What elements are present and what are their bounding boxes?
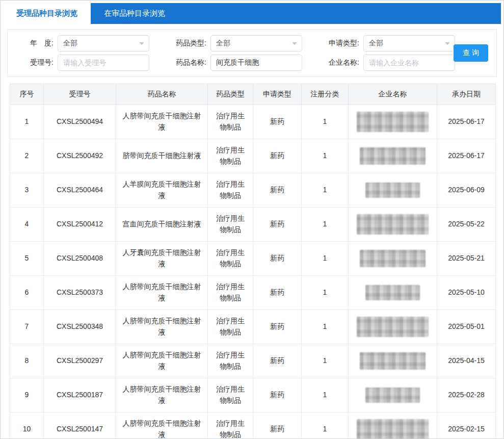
column-header-reg-class: 注册分类 <box>302 84 349 105</box>
enterprise-name-input[interactable] <box>363 55 455 71</box>
cell-drug-type: 治疗用生物制品 <box>208 208 253 242</box>
cell-acceptance-no: CXSL2500492 <box>44 139 116 173</box>
cell-enterprise <box>349 173 437 208</box>
cell-acceptance-no: CXSL2500297 <box>44 344 116 378</box>
cell-acceptance-no: CXSL2500187 <box>44 378 116 412</box>
table-row: 10 CXSL2500147 人脐带间充质干细胞注射液 治疗用生物制品 新药 1… <box>10 412 496 439</box>
cell-drug-type: 治疗用生物制品 <box>208 105 253 139</box>
tab-in-review-catalog[interactable]: 在审品种目录浏览 <box>91 3 178 24</box>
cell-reg-class: 1 <box>302 344 349 378</box>
table-row: 4 CXSL2500412 宫血间充质干细胞注射液 治疗用生物制品 新药 1 2… <box>10 208 496 242</box>
cell-reg-class: 1 <box>302 242 349 276</box>
cell-apply-type: 新药 <box>253 344 302 378</box>
cell-drug-name: 人脐带间充质干细胞注射液 <box>116 344 208 378</box>
cell-apply-type: 新药 <box>253 173 302 208</box>
filter-drug-name: 药品名称: <box>169 55 302 71</box>
filter-apply-type: 申请类型: 全部 <box>322 35 455 51</box>
cell-drug-type: 治疗用生物制品 <box>208 139 253 173</box>
column-header-drug-name: 药品名称 <box>116 84 208 105</box>
drug-name-input[interactable] <box>210 55 302 71</box>
filter-acceptance-no: 受理号: <box>16 55 149 71</box>
cell-acceptance-no: CXSL2500408 <box>44 242 116 276</box>
drug-type-label: 药品类型: <box>169 39 206 48</box>
cell-date: 2025-06-09 <box>437 173 496 208</box>
cell-drug-name: 宫血间充质干细胞注射液 <box>116 208 208 242</box>
cell-enterprise <box>349 310 437 344</box>
redacted-enterprise-blur <box>360 352 426 370</box>
filter-year: 年 度: 全部 <box>16 35 149 51</box>
tab-accepted-catalog[interactable]: 受理品种目录浏览 <box>3 3 91 24</box>
cell-reg-class: 1 <box>302 105 349 139</box>
redacted-enterprise-blur <box>357 214 429 235</box>
cell-index: 9 <box>10 378 44 412</box>
filter-drug-type: 药品类型: 全部 <box>169 35 302 51</box>
redacted-enterprise-blur <box>365 285 420 300</box>
cell-date: 2025-05-10 <box>437 276 496 310</box>
cell-drug-type: 治疗用生物制品 <box>208 242 253 276</box>
cell-apply-type: 新药 <box>253 310 302 344</box>
app-window: 受理品种目录浏览 在审品种目录浏览 年 度: 全部 药品类型: 全部 <box>0 0 504 439</box>
cell-drug-name: 人脐带间充质干细胞注射液 <box>116 378 208 412</box>
cell-enterprise <box>349 242 437 276</box>
cell-date: 2025-04-15 <box>437 344 496 378</box>
cell-acceptance-no: CXSL2500464 <box>44 173 116 208</box>
column-header-apply-type: 申请类型 <box>253 84 302 105</box>
enterprise-name-label: 企业名称: <box>322 58 359 67</box>
cell-date: 2025-05-01 <box>437 310 496 344</box>
chevron-down-icon <box>139 42 144 47</box>
cell-apply-type: 新药 <box>253 412 302 439</box>
column-header-acceptance-no: 受理号 <box>44 84 116 105</box>
results-table: 序号 受理号 药品名称 药品类型 申请类型 注册分类 企业名称 承办日期 1 C… <box>10 84 496 439</box>
redacted-enterprise-blur <box>365 388 420 403</box>
table-row: 8 CXSL2500297 人脐带间充质干细胞注射液 治疗用生物制品 新药 1 … <box>10 344 496 378</box>
chevron-down-icon <box>445 42 450 47</box>
year-label: 年 度: <box>16 39 54 48</box>
cell-acceptance-no: CXSL2500494 <box>44 105 116 139</box>
table-row: 6 CXSL2500373 人脐带间充质干细胞注射液 治疗用生物制品 新药 1 … <box>10 276 496 310</box>
cell-drug-type: 治疗用生物制品 <box>208 378 253 412</box>
drug-name-label: 药品名称: <box>169 58 206 67</box>
cell-index: 5 <box>10 242 44 276</box>
cell-enterprise <box>349 344 437 378</box>
cell-date: 2025-06-17 <box>437 105 496 139</box>
year-select[interactable]: 全部 <box>58 35 149 51</box>
apply-type-select[interactable]: 全部 <box>363 35 455 51</box>
table-row: 3 CXSL2500464 人羊膜间充质干细胞注射液 治疗用生物制品 新药 1 … <box>10 173 496 208</box>
filter-panel: 年 度: 全部 药品类型: 全部 申请类型: 全部 <box>7 29 497 77</box>
cell-apply-type: 新药 <box>253 276 302 310</box>
chevron-down-icon <box>292 42 297 47</box>
drug-type-select[interactable]: 全部 <box>210 35 302 51</box>
cell-date: 2025-06-17 <box>437 139 496 173</box>
tab-in-review-label: 在审品种目录浏览 <box>104 9 165 18</box>
cell-date: 2025-02-15 <box>437 412 496 439</box>
tab-accepted-label: 受理品种目录浏览 <box>16 9 77 18</box>
cell-apply-type: 新药 <box>253 139 302 173</box>
cell-date: 2025-05-21 <box>437 242 496 276</box>
cell-index: 1 <box>10 105 44 139</box>
table-row: 2 CXSL2500492 脐带间充质干细胞注射液 治疗用生物制品 新药 1 2… <box>10 139 496 173</box>
year-select-value: 全部 <box>63 39 77 48</box>
cell-drug-type: 治疗用生物制品 <box>208 412 253 439</box>
cell-acceptance-no: CXSL2500147 <box>44 412 116 439</box>
redacted-enterprise-blur <box>357 317 429 337</box>
search-button[interactable]: 查 询 <box>454 44 488 62</box>
column-header-index: 序号 <box>10 84 44 105</box>
acceptance-no-input[interactable] <box>58 55 149 71</box>
apply-type-select-value: 全部 <box>369 39 383 48</box>
cell-enterprise <box>349 276 437 310</box>
cell-drug-name: 人脐带间充质干细胞注射液 <box>116 310 208 344</box>
cell-index: 6 <box>10 276 44 310</box>
column-header-drug-type: 药品类型 <box>208 84 253 105</box>
redacted-enterprise-blur <box>365 183 420 198</box>
cell-reg-class: 1 <box>302 139 349 173</box>
cell-drug-type: 治疗用生物制品 <box>208 276 253 310</box>
cell-index: 2 <box>10 139 44 173</box>
redacted-enterprise-blur <box>357 419 429 439</box>
cell-index: 7 <box>10 310 44 344</box>
cell-enterprise <box>349 412 437 439</box>
cell-drug-type: 治疗用生物制品 <box>208 173 253 208</box>
cell-drug-name: 人牙囊间充质干细胞注射液 <box>116 242 208 276</box>
filter-enterprise-name: 企业名称: <box>322 55 455 71</box>
cell-apply-type: 新药 <box>253 242 302 276</box>
cell-drug-name: 人羊膜间充质干细胞注射液 <box>116 173 208 208</box>
